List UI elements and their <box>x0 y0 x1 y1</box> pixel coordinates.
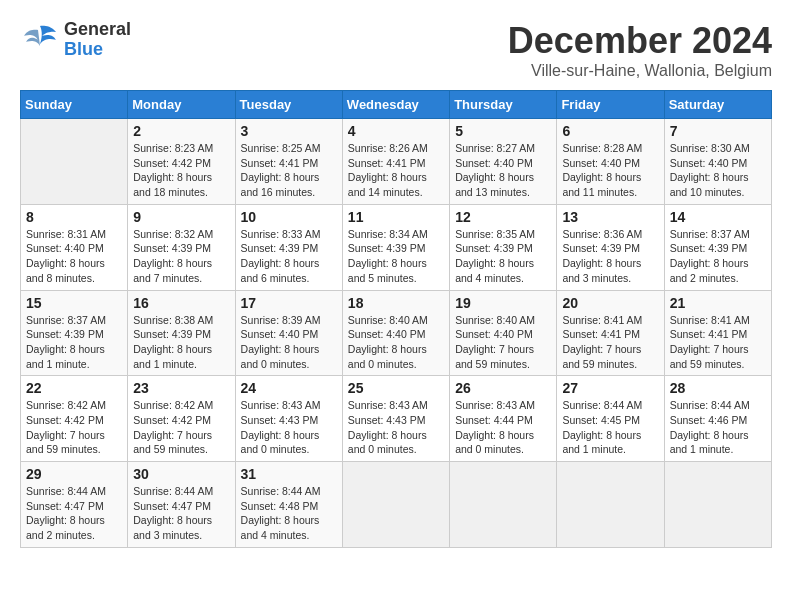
day-number: 28 <box>670 380 766 396</box>
day-info: Sunrise: 8:43 AMSunset: 4:44 PMDaylight:… <box>455 398 551 457</box>
day-number: 5 <box>455 123 551 139</box>
page-subtitle: Ville-sur-Haine, Wallonia, Belgium <box>508 62 772 80</box>
day-info: Sunrise: 8:44 AMSunset: 4:45 PMDaylight:… <box>562 398 658 457</box>
table-row: 31 Sunrise: 8:44 AMSunset: 4:48 PMDaylig… <box>235 462 342 548</box>
day-number: 23 <box>133 380 229 396</box>
day-number: 7 <box>670 123 766 139</box>
table-row: 22 Sunrise: 8:42 AMSunset: 4:42 PMDaylig… <box>21 376 128 462</box>
day-info: Sunrise: 8:40 AMSunset: 4:40 PMDaylight:… <box>348 313 444 372</box>
day-info: Sunrise: 8:44 AMSunset: 4:46 PMDaylight:… <box>670 398 766 457</box>
day-info: Sunrise: 8:26 AMSunset: 4:41 PMDaylight:… <box>348 141 444 200</box>
day-number: 10 <box>241 209 337 225</box>
table-row: 30 Sunrise: 8:44 AMSunset: 4:47 PMDaylig… <box>128 462 235 548</box>
day-number: 24 <box>241 380 337 396</box>
day-info: Sunrise: 8:44 AMSunset: 4:47 PMDaylight:… <box>133 484 229 543</box>
col-monday: Monday <box>128 91 235 119</box>
day-number: 13 <box>562 209 658 225</box>
table-row <box>342 462 449 548</box>
page-title: December 2024 <box>508 20 772 62</box>
day-info: Sunrise: 8:23 AMSunset: 4:42 PMDaylight:… <box>133 141 229 200</box>
title-section: December 2024 Ville-sur-Haine, Wallonia,… <box>508 20 772 80</box>
day-info: Sunrise: 8:42 AMSunset: 4:42 PMDaylight:… <box>133 398 229 457</box>
day-number: 19 <box>455 295 551 311</box>
day-info: Sunrise: 8:35 AMSunset: 4:39 PMDaylight:… <box>455 227 551 286</box>
day-number: 2 <box>133 123 229 139</box>
table-row: 20 Sunrise: 8:41 AMSunset: 4:41 PMDaylig… <box>557 290 664 376</box>
day-number: 12 <box>455 209 551 225</box>
day-number: 3 <box>241 123 337 139</box>
table-row: 5 Sunrise: 8:27 AMSunset: 4:40 PMDayligh… <box>450 119 557 205</box>
table-row: 4 Sunrise: 8:26 AMSunset: 4:41 PMDayligh… <box>342 119 449 205</box>
table-row: 13 Sunrise: 8:36 AMSunset: 4:39 PMDaylig… <box>557 204 664 290</box>
table-row: 24 Sunrise: 8:43 AMSunset: 4:43 PMDaylig… <box>235 376 342 462</box>
day-info: Sunrise: 8:34 AMSunset: 4:39 PMDaylight:… <box>348 227 444 286</box>
day-info: Sunrise: 8:31 AMSunset: 4:40 PMDaylight:… <box>26 227 122 286</box>
col-wednesday: Wednesday <box>342 91 449 119</box>
calendar-week-row: 8 Sunrise: 8:31 AMSunset: 4:40 PMDayligh… <box>21 204 772 290</box>
table-row: 3 Sunrise: 8:25 AMSunset: 4:41 PMDayligh… <box>235 119 342 205</box>
day-number: 30 <box>133 466 229 482</box>
day-info: Sunrise: 8:30 AMSunset: 4:40 PMDaylight:… <box>670 141 766 200</box>
day-info: Sunrise: 8:43 AMSunset: 4:43 PMDaylight:… <box>241 398 337 457</box>
day-info: Sunrise: 8:39 AMSunset: 4:40 PMDaylight:… <box>241 313 337 372</box>
day-number: 20 <box>562 295 658 311</box>
table-row <box>450 462 557 548</box>
col-saturday: Saturday <box>664 91 771 119</box>
day-info: Sunrise: 8:42 AMSunset: 4:42 PMDaylight:… <box>26 398 122 457</box>
day-info: Sunrise: 8:43 AMSunset: 4:43 PMDaylight:… <box>348 398 444 457</box>
table-row: 27 Sunrise: 8:44 AMSunset: 4:45 PMDaylig… <box>557 376 664 462</box>
day-info: Sunrise: 8:41 AMSunset: 4:41 PMDaylight:… <box>670 313 766 372</box>
table-row: 26 Sunrise: 8:43 AMSunset: 4:44 PMDaylig… <box>450 376 557 462</box>
table-row <box>557 462 664 548</box>
day-info: Sunrise: 8:44 AMSunset: 4:47 PMDaylight:… <box>26 484 122 543</box>
table-row <box>21 119 128 205</box>
day-info: Sunrise: 8:37 AMSunset: 4:39 PMDaylight:… <box>670 227 766 286</box>
day-number: 15 <box>26 295 122 311</box>
day-number: 17 <box>241 295 337 311</box>
table-row: 9 Sunrise: 8:32 AMSunset: 4:39 PMDayligh… <box>128 204 235 290</box>
general-blue-icon <box>20 22 60 58</box>
table-row: 2 Sunrise: 8:23 AMSunset: 4:42 PMDayligh… <box>128 119 235 205</box>
day-info: Sunrise: 8:44 AMSunset: 4:48 PMDaylight:… <box>241 484 337 543</box>
table-row: 23 Sunrise: 8:42 AMSunset: 4:42 PMDaylig… <box>128 376 235 462</box>
day-number: 29 <box>26 466 122 482</box>
calendar-table: Sunday Monday Tuesday Wednesday Thursday… <box>20 90 772 548</box>
page-header: General Blue December 2024 Ville-sur-Hai… <box>20 20 772 80</box>
day-number: 27 <box>562 380 658 396</box>
table-row <box>664 462 771 548</box>
table-row: 14 Sunrise: 8:37 AMSunset: 4:39 PMDaylig… <box>664 204 771 290</box>
table-row: 12 Sunrise: 8:35 AMSunset: 4:39 PMDaylig… <box>450 204 557 290</box>
calendar-week-row: 2 Sunrise: 8:23 AMSunset: 4:42 PMDayligh… <box>21 119 772 205</box>
table-row: 25 Sunrise: 8:43 AMSunset: 4:43 PMDaylig… <box>342 376 449 462</box>
logo-blue: Blue <box>64 40 131 60</box>
day-number: 31 <box>241 466 337 482</box>
table-row: 6 Sunrise: 8:28 AMSunset: 4:40 PMDayligh… <box>557 119 664 205</box>
table-row: 11 Sunrise: 8:34 AMSunset: 4:39 PMDaylig… <box>342 204 449 290</box>
day-info: Sunrise: 8:32 AMSunset: 4:39 PMDaylight:… <box>133 227 229 286</box>
col-thursday: Thursday <box>450 91 557 119</box>
calendar-week-row: 29 Sunrise: 8:44 AMSunset: 4:47 PMDaylig… <box>21 462 772 548</box>
calendar-header-row: Sunday Monday Tuesday Wednesday Thursday… <box>21 91 772 119</box>
day-number: 14 <box>670 209 766 225</box>
logo-general: General <box>64 20 131 40</box>
table-row: 18 Sunrise: 8:40 AMSunset: 4:40 PMDaylig… <box>342 290 449 376</box>
day-info: Sunrise: 8:41 AMSunset: 4:41 PMDaylight:… <box>562 313 658 372</box>
calendar-week-row: 15 Sunrise: 8:37 AMSunset: 4:39 PMDaylig… <box>21 290 772 376</box>
day-number: 16 <box>133 295 229 311</box>
col-friday: Friday <box>557 91 664 119</box>
col-tuesday: Tuesday <box>235 91 342 119</box>
day-number: 11 <box>348 209 444 225</box>
day-number: 21 <box>670 295 766 311</box>
day-number: 26 <box>455 380 551 396</box>
day-number: 22 <box>26 380 122 396</box>
logo: General Blue <box>20 20 131 60</box>
table-row: 8 Sunrise: 8:31 AMSunset: 4:40 PMDayligh… <box>21 204 128 290</box>
day-number: 9 <box>133 209 229 225</box>
col-sunday: Sunday <box>21 91 128 119</box>
table-row: 7 Sunrise: 8:30 AMSunset: 4:40 PMDayligh… <box>664 119 771 205</box>
day-info: Sunrise: 8:33 AMSunset: 4:39 PMDaylight:… <box>241 227 337 286</box>
table-row: 21 Sunrise: 8:41 AMSunset: 4:41 PMDaylig… <box>664 290 771 376</box>
day-info: Sunrise: 8:38 AMSunset: 4:39 PMDaylight:… <box>133 313 229 372</box>
day-number: 8 <box>26 209 122 225</box>
logo-text: General Blue <box>64 20 131 60</box>
